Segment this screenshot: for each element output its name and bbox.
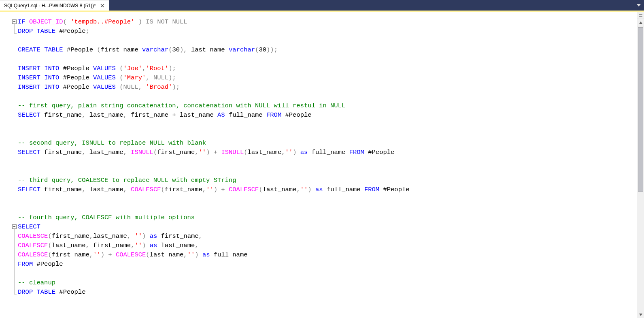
outline-end xyxy=(14,294,17,295)
tab-overflow-dropdown[interactable] xyxy=(635,0,642,11)
outline-end xyxy=(14,33,17,34)
scroll-down-icon[interactable] xyxy=(637,311,644,318)
scroll-up-icon[interactable] xyxy=(637,19,644,26)
tab-bar: SQLQuery1.sql - H...P\WINDOWS 8 (51))* xyxy=(0,0,644,11)
code-text[interactable]: IF OBJECT_ID( 'tempdb..#People' ) IS NOT… xyxy=(18,12,637,305)
selection-margin[interactable] xyxy=(0,12,12,318)
code-editor[interactable]: IF OBJECT_ID( 'tempdb..#People' ) IS NOT… xyxy=(18,12,637,318)
outline-line xyxy=(14,24,15,33)
outline-line xyxy=(14,229,15,294)
tab-sqlquery1[interactable]: SQLQuery1.sql - H...P\WINDOWS 8 (51))* xyxy=(0,0,109,11)
collapse-toggle-icon[interactable] xyxy=(12,19,17,24)
svg-rect-0 xyxy=(639,14,642,15)
horizontal-split-handle-icon[interactable] xyxy=(637,12,644,19)
editor-area: IF OBJECT_ID( 'tempdb..#People' ) IS NOT… xyxy=(0,12,644,318)
svg-rect-1 xyxy=(639,16,642,17)
outline-gutter[interactable] xyxy=(12,12,18,318)
close-icon[interactable] xyxy=(99,2,106,9)
collapse-toggle-icon[interactable] xyxy=(12,224,17,229)
tab-title: SQLQuery1.sql - H...P\WINDOWS 8 (51))* xyxy=(4,3,96,9)
scrollbar-thumb[interactable] xyxy=(638,27,643,192)
right-scroll-strip xyxy=(637,12,644,318)
vertical-scrollbar[interactable] xyxy=(637,26,644,311)
